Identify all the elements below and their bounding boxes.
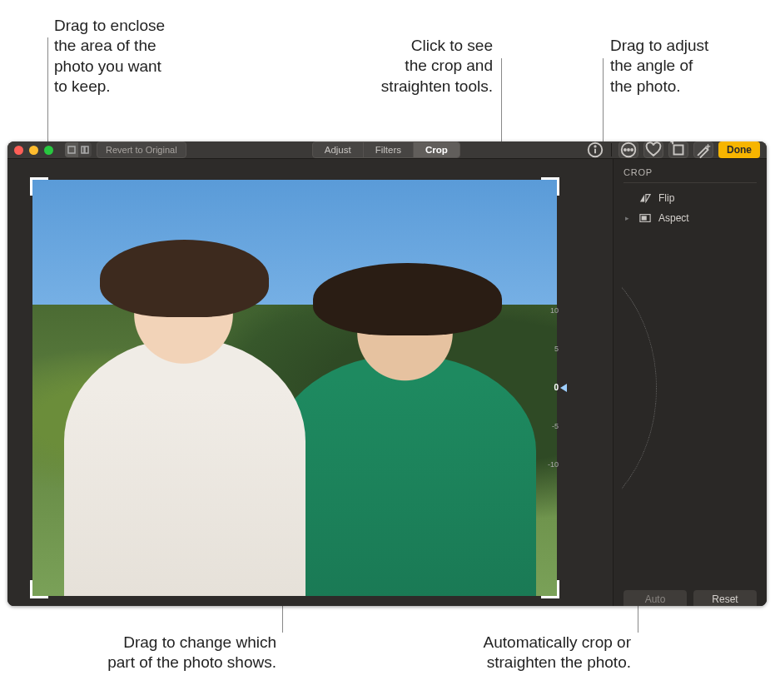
auto-enhance-icon[interactable] (693, 141, 713, 158)
svg-rect-0 (68, 146, 75, 153)
tab-filters[interactable]: Filters (364, 142, 414, 157)
svg-rect-2 (85, 146, 88, 153)
done-label: Done (727, 144, 752, 156)
reset-label: Reset (712, 593, 738, 605)
toolbar-divider (611, 143, 612, 156)
dial-tick-label: -10 (535, 461, 559, 469)
dial-pointer-icon (560, 384, 567, 392)
svg-rect-10 (674, 146, 683, 155)
flip-label: Flip (658, 192, 674, 204)
callout-crop-tab: Click to see the crop and straighten too… (335, 36, 493, 97)
toolbar: Revert to Original Adjust Filters Crop (7, 141, 767, 159)
close-window-button[interactable] (14, 146, 23, 155)
aspect-icon (638, 213, 652, 223)
zoom-fit-icon[interactable] (65, 142, 78, 157)
minimize-window-button[interactable] (29, 146, 38, 155)
photo-preview[interactable] (32, 180, 557, 596)
callout-auto-button: Automatically crop or straighten the pho… (423, 633, 631, 673)
editor-body: 10 5 0 -5 -10 CROP Flip (7, 159, 767, 606)
favorite-icon[interactable] (643, 141, 663, 158)
tab-crop-label: Crop (425, 145, 448, 155)
callout-angle-dial: Drag to adjust the angle of the photo. (610, 36, 708, 97)
svg-rect-1 (82, 146, 84, 153)
dial-labels: 10 5 0 -5 -10 (535, 300, 559, 475)
rotate-icon[interactable] (668, 141, 688, 158)
aspect-label: Aspect (658, 212, 689, 224)
crop-handle-bottom-left[interactable] (30, 580, 48, 598)
callout-crop-handle: Drag to enclose the area of the photo yo… (54, 16, 165, 97)
tab-crop[interactable]: Crop (414, 142, 460, 157)
tab-adjust[interactable]: Adjust (313, 142, 364, 157)
crop-handle-top-left[interactable] (30, 177, 48, 196)
sidebar-title: CROP (623, 167, 757, 183)
svg-point-8 (628, 149, 629, 151)
done-button[interactable]: Done (718, 141, 760, 158)
dial-tick-label: 5 (535, 345, 559, 353)
crop-handle-bottom-right[interactable] (541, 580, 559, 598)
revert-to-original-button[interactable]: Revert to Original (97, 141, 186, 158)
dial-tick-label-zero: 0 (535, 384, 559, 392)
sidebar-footer: Auto Reset (623, 583, 757, 606)
flip-row[interactable]: Flip (623, 188, 757, 208)
info-icon[interactable] (586, 142, 604, 157)
revert-label: Revert to Original (106, 145, 177, 155)
svg-point-9 (631, 149, 633, 151)
aspect-row[interactable]: ▸ Aspect (623, 208, 757, 228)
reset-crop-button[interactable]: Reset (693, 590, 757, 606)
svg-point-5 (594, 146, 595, 146)
flip-icon (638, 193, 652, 203)
zoom-segmented-control[interactable] (65, 142, 92, 157)
crop-frame[interactable]: 10 5 0 -5 -10 (32, 180, 557, 596)
callout-drag-photo: Drag to change which part of the photo s… (52, 633, 276, 673)
tab-filters-label: Filters (375, 145, 401, 155)
photos-editor-window: Revert to Original Adjust Filters Crop (7, 141, 767, 606)
edit-mode-tabs: Adjust Filters Crop (312, 141, 460, 158)
more-icon[interactable] (619, 141, 638, 158)
zoom-actual-icon[interactable] (78, 142, 92, 157)
dial-tick-label: -5 (535, 423, 559, 430)
svg-rect-12 (642, 216, 647, 220)
auto-crop-button[interactable]: Auto (623, 590, 687, 606)
straighten-angle-dial[interactable]: 10 5 0 -5 -10 (524, 300, 560, 475)
callout-line (501, 58, 502, 144)
disclosure-icon: ▸ (625, 214, 632, 222)
window-traffic-lights (14, 146, 53, 155)
crop-handle-top-right[interactable] (541, 177, 559, 196)
dial-tick-label: 10 (535, 307, 559, 315)
maximize-window-button[interactable] (44, 146, 53, 155)
canvas-area: 10 5 0 -5 -10 (7, 159, 613, 606)
auto-label: Auto (645, 593, 666, 605)
tab-adjust-label: Adjust (325, 145, 351, 155)
svg-point-7 (624, 149, 626, 151)
